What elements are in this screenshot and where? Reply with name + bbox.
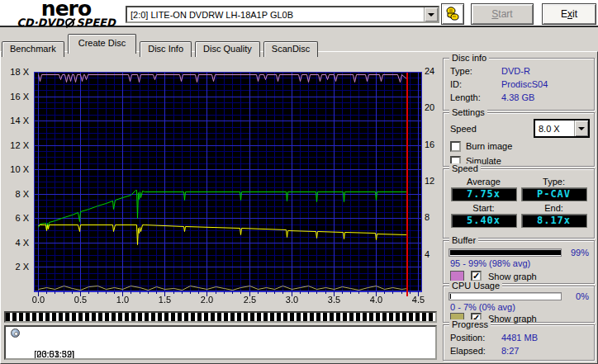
start-button-label: Start: [491, 8, 512, 20]
buffer-meter-fill: [450, 250, 561, 255]
speed-readout-group: Speed Average 7.75x Type: P-CAV Start: 5…: [443, 168, 595, 239]
axis-tick-label: 3.5: [322, 295, 347, 305]
cpu-meter-row: 0%: [448, 291, 589, 301]
average-speed-label: Average: [448, 177, 519, 187]
elapsed-label: Elapsed:: [450, 346, 501, 356]
disc-length-row: Length: 4.38 GB: [444, 91, 594, 104]
speed-type-display: P-CAV: [521, 187, 587, 201]
disc-info-group: Disc info Type: DVD-R ID: ProdiscS04 Len…: [443, 58, 595, 111]
end-speed-label: End:: [519, 203, 589, 213]
axis-tick-label: 3.0: [280, 295, 305, 305]
exit-button[interactable]: Exit: [542, 3, 596, 25]
elapsed-row: Elapsed: 8:27: [444, 344, 594, 357]
axis-tick-label: 20: [425, 102, 441, 112]
axis-tick-label: 10 X: [0, 164, 29, 174]
axis-tick-label: 14 X: [0, 116, 29, 125]
logo-cd-dvd: CD·DVD: [17, 19, 64, 27]
erase-disc-button[interactable]: [441, 3, 464, 25]
chart-x-axis-labels: 0.00.51.01.52.02.53.03.54.04.5: [34, 295, 430, 306]
buffer-meter-row: 99%: [448, 248, 589, 258]
status-log: [23:53:32] Creating Data Disc [00:01:59]…: [4, 325, 437, 360]
buffer-show-graph-label: Show graph: [488, 272, 537, 281]
axis-tick-label: 2.5: [238, 295, 263, 305]
disc-slash-icon: [65, 18, 74, 27]
buffer-group: Buffer 99% 95 - 99% (98% avg) ✓ Show gra…: [443, 240, 595, 284]
disc-length-label: Length:: [450, 92, 501, 102]
axis-tick-label: 16: [425, 139, 441, 149]
cpu-range-text: 0 - 7% (0% avg): [444, 302, 594, 313]
start-speed-cell: Start: 5.40x: [448, 203, 519, 228]
tab-strip: Benchmark Create Disc Disc Info Disc Qua…: [2, 34, 319, 52]
chevron-down-icon: [578, 127, 585, 130]
speed-readout-grid: Average 7.75x Type: P-CAV Start: 5.40x E…: [444, 169, 594, 228]
progress-title: Progress: [449, 319, 491, 329]
speed-select[interactable]: 8.0 X: [534, 120, 589, 137]
settings-title: Settings: [449, 107, 487, 117]
axis-tick-label: 4.5: [406, 295, 431, 305]
speed-setting-label: Speed: [450, 124, 477, 134]
log-entry: [00:01:59] Speed:5-8 X P-CAV (7.75 X ave…: [6, 338, 435, 349]
speed-readout-title: Speed: [449, 163, 481, 173]
elapsed-value: 8:27: [501, 346, 519, 356]
start-speed-display: 5.40x: [451, 214, 517, 228]
cpu-show-graph-label: Show graph: [488, 314, 537, 324]
burn-speed-chart: [34, 72, 422, 297]
cpu-usage-group: CPU Usage 0% 0 - 7% (0% avg) ✓ Show grap…: [443, 286, 595, 323]
position-value: 4481 MB: [501, 333, 538, 343]
axis-tick-label: 18 X: [0, 67, 29, 77]
start-speed-label: Start:: [448, 203, 519, 213]
hand-detonator-icon: [444, 6, 461, 22]
tab-create-disc[interactable]: Create Disc: [68, 34, 136, 54]
buffer-meter: [448, 248, 562, 257]
axis-tick-label: 4.0: [364, 295, 389, 305]
drive-select-dropdown-button[interactable]: [424, 7, 438, 21]
chart-right-axis-labels: 2420161284: [425, 72, 441, 291]
tab-disc-quality[interactable]: Disc Quality: [195, 41, 260, 57]
cpu-usage-title: CPU Usage: [449, 281, 502, 291]
progress-group: Progress Position: 4481 MB Elapsed: 8:27: [443, 324, 595, 361]
axis-tick-label: 2 X: [0, 262, 29, 272]
axis-tick-label: 6 X: [0, 213, 29, 223]
position-row: Position: 4481 MB: [444, 331, 594, 344]
axis-tick-label: 12: [425, 176, 441, 186]
drive-select[interactable]: [2:0] LITE-ON DVDRW LH-18A1P GL0B: [126, 6, 439, 23]
axis-tick-label: 2.0: [195, 295, 220, 305]
disc-type-value: DVD-R: [501, 66, 530, 76]
cpu-meter: [448, 292, 562, 300]
speed-type-label: Type:: [519, 177, 589, 187]
tab-disc-info[interactable]: Disc Info: [140, 41, 192, 57]
nero-logo: nero CD·DVDSPEED: [5, 0, 127, 27]
average-speed-cell: Average 7.75x: [448, 177, 519, 201]
start-button[interactable]: Start: [471, 3, 534, 25]
speed-type-cell: Type: P-CAV: [519, 177, 589, 201]
buffer-percent: 99%: [566, 248, 589, 258]
cpu-percent: 0%: [566, 291, 589, 301]
end-speed-cell: End: 8.17x: [519, 203, 589, 228]
nero-cd-dvd-speed-window: { "header": { "logo_top": "nero", "logo_…: [0, 0, 598, 364]
average-speed-display: 7.75x: [451, 187, 517, 201]
burn-image-checkbox[interactable]: [450, 141, 461, 152]
chevron-down-icon: [428, 13, 434, 17]
axis-tick-label: 0.0: [26, 295, 51, 305]
log-entry: [00:01:59] Elapsed Time: 8:27: [6, 349, 435, 360]
tab-scandisc[interactable]: ScanDisc: [263, 41, 318, 57]
speed-select-value: 8.0 X: [535, 124, 574, 134]
nero-logo-text: nero: [5, 0, 127, 18]
drive-select-value: [2:0] LITE-ON DVDRW LH-18A1P GL0B: [127, 10, 424, 20]
disc-icon: [11, 329, 20, 338]
axis-tick-label: 1.0: [111, 295, 135, 305]
axis-tick-label: 1.5: [153, 295, 178, 305]
axis-tick-label: 24: [425, 66, 441, 76]
axis-tick-label: 8: [425, 212, 441, 222]
tab-benchmark[interactable]: Benchmark: [2, 41, 64, 57]
axis-tick-label: 16 X: [0, 92, 29, 102]
burn-image-row: Burn image: [444, 140, 594, 152]
position-label: Position:: [450, 333, 501, 343]
speed-select-dropdown-button[interactable]: [574, 121, 588, 136]
disc-id-label: ID:: [450, 79, 501, 89]
settings-group: Settings Speed 8.0 X Burn image Simulate: [443, 112, 595, 167]
burn-image-label: Burn image: [466, 141, 512, 151]
chart-left-axis-labels: 18 X16 X14 X12 X10 X8 X6 X4 X2 X: [0, 72, 31, 291]
overall-progress-bar: [4, 311, 437, 323]
disc-type-row: Type: DVD-R: [444, 64, 594, 78]
